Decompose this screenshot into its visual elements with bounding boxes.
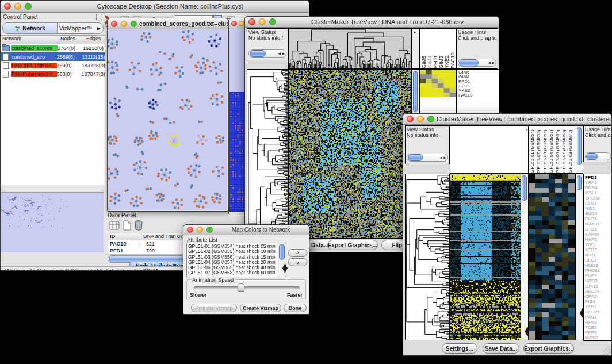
tab-vizmapper[interactable]: VizMapper™ xyxy=(58,23,94,33)
column-label[interactable]: GPL51-01 (GSM854) xyxy=(530,126,536,173)
tabs-overflow-button[interactable]: ▶ xyxy=(94,23,103,33)
column-label[interactable]: GPL51-03 (GSM856) xyxy=(542,126,549,173)
column-label[interactable]: GIM5 xyxy=(421,29,427,68)
move-up-button[interactable]: ^ xyxy=(288,249,307,257)
gene-label[interactable]: ELG1 xyxy=(585,216,612,221)
gene-label[interactable]: HAP3 xyxy=(585,237,612,242)
gene-label[interactable]: PAC10 xyxy=(458,93,499,98)
column-label[interactable]: GPL51-02 (GSM855) xyxy=(536,126,542,173)
treeview2-heatmap-vscrollbar[interactable]: ▲ ▼ xyxy=(521,174,529,340)
minimize-button[interactable] xyxy=(14,3,21,10)
gene-label[interactable]: MAK31 xyxy=(585,221,612,227)
network-list-row[interactable]: combined_sco2569(6)13112(15) xyxy=(1,52,105,61)
gene-label[interactable]: GPI16 xyxy=(585,283,612,289)
gene-label[interactable]: YKE2 xyxy=(458,89,499,93)
column-label[interactable]: YKE2 xyxy=(444,29,450,68)
attribute-list-item[interactable]: GPL51-03 (GSM856) heat shock 15 min xyxy=(188,255,285,260)
close-button[interactable] xyxy=(248,18,255,25)
gene-label[interactable]: KAP95 xyxy=(585,232,612,237)
network-list-row[interactable]: RNAPuberNov2+!563(0)107847(0) xyxy=(1,70,105,78)
gene-label[interactable]: PHO81 xyxy=(585,268,612,273)
close-button[interactable] xyxy=(111,21,117,27)
usage-hints-scrollbar[interactable]: ◀▶ xyxy=(458,59,496,67)
gene-label[interactable]: FIG4 xyxy=(585,299,612,304)
animation-speed-slider-thumb[interactable] xyxy=(238,283,244,292)
col-network[interactable]: Network xyxy=(1,36,59,44)
network-name[interactable]: combined_scores xyxy=(11,45,58,51)
gene-label[interactable]: TCB3 xyxy=(585,325,612,330)
gene-label[interactable]: BUD4 xyxy=(585,211,612,216)
view-status-scrollbar[interactable]: ◀▶ xyxy=(248,49,286,58)
attribute-list-item[interactable]: GPL51-04 (GSM857) heat shock 20 min xyxy=(188,260,285,265)
treeview1-column-labels[interactable]: GIM5GIM4PFD1GIM3YKE2PAC10 xyxy=(419,28,457,69)
column-label[interactable]: PAC10 xyxy=(450,29,456,68)
gene-label[interactable]: SEC1 xyxy=(585,258,612,263)
gene-label[interactable]: MSL1 xyxy=(585,190,612,196)
column-label[interactable]: GPL51-08 (GSM872) xyxy=(568,126,574,173)
treeview1-title-bar[interactable]: ClusterMaker TreeView : DNA and Tran 07-… xyxy=(245,17,499,28)
network-name[interactable]: DNA and Tran 07 xyxy=(11,63,57,68)
gene-label[interactable]: GTB1 xyxy=(585,227,612,232)
zoom-window-button[interactable] xyxy=(206,227,213,233)
resize-grip[interactable] xyxy=(604,348,611,355)
network-view-window[interactable]: combined_scores_good.txt--cluste... xyxy=(107,18,228,212)
col-edges[interactable]: Edges xyxy=(85,36,101,44)
network-canvas[interactable] xyxy=(108,29,227,210)
attribute-list-item[interactable]: GPL51-02 (GSM855) heat shock 10 min xyxy=(188,249,285,254)
network-name[interactable]: combined_sco xyxy=(11,54,57,60)
zoom-window-button[interactable] xyxy=(427,116,434,122)
export-graphics-button[interactable]: Export Graphics... xyxy=(523,343,574,354)
animate-vizmap-button[interactable]: Animate Vizmap xyxy=(191,304,237,312)
attribute-list-item[interactable]: GPL51-01 (GSM854) heat shock 05 min xyxy=(188,244,285,249)
minimize-button[interactable] xyxy=(121,21,127,27)
animation-speed-slider-track[interactable] xyxy=(194,286,300,289)
col-nodes[interactable]: Nodes xyxy=(59,36,85,44)
column-label[interactable]: GPL51-04 (GSM857) xyxy=(549,126,555,173)
main-title-bar[interactable]: Cytoscape Desktop (Session Name: collins… xyxy=(1,1,309,13)
usage-hints-scrollbar[interactable] xyxy=(585,152,611,160)
treeview2-global-heatmap[interactable] xyxy=(450,174,522,340)
tab-network[interactable]: Network xyxy=(3,23,58,33)
dialog-title-bar[interactable]: Map Colors to Network xyxy=(183,225,309,235)
gene-label[interactable]: MSI1 xyxy=(585,252,612,258)
close-button[interactable] xyxy=(407,116,414,122)
attribute-list-item[interactable]: GPL51-06 (GSM865) heat shock 40 min xyxy=(188,265,285,270)
gene-label[interactable]: RNR4 xyxy=(585,185,612,190)
create-vizmap-button[interactable]: Create Vizmap xyxy=(240,304,281,312)
attribute-select-icon[interactable] xyxy=(109,220,120,231)
column-label[interactable]: GPL51-07 (GSM868) xyxy=(561,126,568,173)
gene-label[interactable]: GIM5 xyxy=(458,70,499,75)
gene-label[interactable]: GIM4 xyxy=(458,75,499,79)
treeview2-labels-vscrollbar[interactable]: ▲ ▼ xyxy=(576,174,583,340)
column-label[interactable]: PFD1 xyxy=(433,29,438,68)
zoom-window-button[interactable] xyxy=(25,3,32,10)
gene-label[interactable]: VIP1 xyxy=(585,242,612,247)
treeview1-top-splitter[interactable]: ▶ xyxy=(412,28,419,69)
gene-label[interactable]: NIS1 xyxy=(585,206,612,211)
gene-label[interactable]: YRA1 xyxy=(585,180,612,185)
gene-label[interactable]: PEP5 xyxy=(585,330,612,335)
gene-label[interactable]: RPO21 xyxy=(585,309,612,315)
zoom-window-button[interactable] xyxy=(131,21,137,27)
treeview1-global-heatmap[interactable] xyxy=(288,69,412,239)
gene-label[interactable]: RPN1 xyxy=(585,320,612,325)
gene-label[interactable]: CPA2 xyxy=(585,294,612,299)
gene-label[interactable]: PFD1 xyxy=(458,79,499,84)
gene-label[interactable]: PFD1 xyxy=(585,175,612,180)
treeview2-row-dendrogram[interactable] xyxy=(405,174,450,340)
gene-label[interactable]: CLN1 xyxy=(585,201,612,206)
close-button[interactable] xyxy=(187,227,193,233)
gene-label[interactable]: SEC24 xyxy=(585,289,612,294)
export-graphics-button[interactable]: Export Graphics... xyxy=(327,240,378,250)
gene-label[interactable]: MON2 xyxy=(585,335,612,340)
network-list-row[interactable]: DNA and Tran 07769(0)183728(0) xyxy=(1,61,105,70)
treeview2-row-labels[interactable]: PFD1YRA1RNR4MSL1SPC98CLN1NIS1BUD4ELG1MAK… xyxy=(583,174,612,341)
network-overview-canvas[interactable] xyxy=(1,193,104,252)
gene-label[interactable]: PAN1 xyxy=(585,315,612,320)
delete-attribute-icon[interactable] xyxy=(134,220,143,231)
close-button[interactable] xyxy=(231,21,237,26)
treeview1-row-dendrogram[interactable] xyxy=(247,69,288,239)
column-label[interactable]: GIM4 xyxy=(427,29,433,68)
minimize-button[interactable] xyxy=(259,18,266,25)
done-button[interactable]: Done xyxy=(284,304,307,312)
